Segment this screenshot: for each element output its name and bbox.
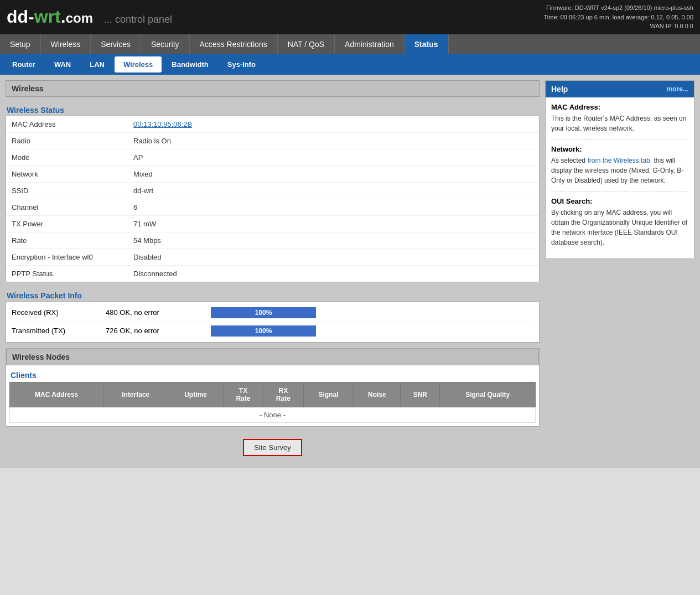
label-encryption: Encryption - Interface wl0 xyxy=(12,253,133,261)
nav-status[interactable]: Status xyxy=(405,34,449,54)
col-noise: Noise xyxy=(354,382,401,407)
left-column: Wireless Wireless Status MAC Address 00:… xyxy=(6,80,540,463)
col-snr: SNR xyxy=(401,382,440,407)
wireless-status-table: MAC Address 00:13:10:95:06:2B Radio Radi… xyxy=(6,116,540,282)
label-mac-address: MAC Address xyxy=(12,120,133,128)
nav-services[interactable]: Services xyxy=(91,34,141,54)
help-section-network: Network: As selected from the Wireless t… xyxy=(551,145,688,192)
sub-nav: Router WAN LAN Wireless Bandwidth Sys-In… xyxy=(0,54,700,75)
packet-info-title: Wireless Packet Info xyxy=(6,288,540,301)
label-ssid: SSID xyxy=(12,187,133,195)
subnav-lan[interactable]: LAN xyxy=(81,56,113,73)
help-network-link: from the Wireless tab xyxy=(587,157,650,164)
logo-hyphen: - xyxy=(28,7,34,27)
help-header: Help more... xyxy=(546,81,694,97)
help-panel: Help more... MAC Address: This is the Ro… xyxy=(545,80,694,259)
wireless-status-section: Wireless Status MAC Address 00:13:10:95:… xyxy=(6,102,540,282)
value-tx: 726 OK, no error xyxy=(106,327,205,335)
help-more-link[interactable]: more... xyxy=(667,85,688,93)
row-mode: Mode AP xyxy=(6,149,539,166)
main: Wireless Wireless Status MAC Address 00:… xyxy=(0,75,700,468)
col-signal-quality: Signal Quality xyxy=(440,382,536,407)
value-network: Mixed xyxy=(133,170,153,178)
row-channel: Channel 6 xyxy=(6,199,539,216)
help-network-title: Network: xyxy=(551,145,688,153)
col-mac-address: MAC Address xyxy=(10,382,103,407)
help-oui-title: OUI Search: xyxy=(551,197,688,205)
wireless-section-header: Wireless xyxy=(6,80,540,97)
wireless-nodes-inner: Clients MAC Address Interface Uptime TXR… xyxy=(6,365,539,426)
clients-empty-row: - None - xyxy=(10,407,536,422)
logo: dd-wrt.com ... control panel xyxy=(7,7,172,27)
help-title: Help xyxy=(551,85,568,94)
bar-tx: 100% xyxy=(211,325,316,337)
wireless-nodes-section: Wireless Nodes Clients MAC Address Inter… xyxy=(6,348,540,427)
row-tx: Transmitted (TX) 726 OK, no error 100% xyxy=(12,322,533,340)
row-rate: Rate 54 Mbps xyxy=(6,232,539,249)
clients-table: MAC Address Interface Uptime TXRate RXRa… xyxy=(9,382,536,423)
label-rx: Received (RX) xyxy=(12,308,100,317)
right-column: Help more... MAC Address: This is the Ro… xyxy=(545,80,694,463)
label-pptp: PPTP Status xyxy=(12,270,133,278)
clients-table-header: MAC Address Interface Uptime TXRate RXRa… xyxy=(10,382,536,407)
help-oui-text: By clicking on any MAC address, you will… xyxy=(551,208,688,247)
packet-info-table: Received (RX) 480 OK, no error 100% Tran… xyxy=(6,301,540,343)
nav-access-restrictions[interactable]: Access Restrictions xyxy=(190,34,278,54)
site-survey-wrap: Site Survey xyxy=(6,432,540,463)
subnav-router[interactable]: Router xyxy=(3,56,44,73)
row-network: Network Mixed xyxy=(6,166,539,183)
row-radio: Radio Radio is On xyxy=(6,133,539,149)
value-tx-power: 71 mW xyxy=(133,220,156,228)
nav-wireless[interactable]: Wireless xyxy=(41,34,91,54)
row-pptp: PPTP Status Disconnected xyxy=(6,266,539,282)
top-nav: Setup Wireless Services Security Access … xyxy=(0,34,700,54)
help-mac-text: This is the Router's MAC Address, as see… xyxy=(551,113,688,133)
nav-administration[interactable]: Administration xyxy=(335,34,405,54)
row-ssid: SSID dd-wrt xyxy=(6,183,539,199)
value-radio: Radio is On xyxy=(133,137,171,145)
col-tx-rate: TXRate xyxy=(223,382,263,407)
subnav-wan[interactable]: WAN xyxy=(45,56,80,73)
subnav-bandwidth[interactable]: Bandwidth xyxy=(163,56,217,73)
value-encryption: Disabled xyxy=(133,253,162,261)
value-rx: 480 OK, no error xyxy=(106,308,205,317)
row-rx: Received (RX) 480 OK, no error 100% xyxy=(12,304,533,322)
value-pptp: Disconnected xyxy=(133,270,177,278)
mac-address-link[interactable]: 00:13:10:95:06:2B xyxy=(133,120,192,128)
clients-label: Clients xyxy=(9,369,536,382)
label-mode: Mode xyxy=(12,153,133,162)
value-ssid: dd-wrt xyxy=(133,187,153,195)
label-radio: Radio xyxy=(12,137,133,145)
col-interface: Interface xyxy=(103,382,168,407)
bar-rx: 100% xyxy=(211,307,316,318)
logo-dd: dd xyxy=(7,7,28,27)
value-channel: 6 xyxy=(133,203,137,211)
wireless-status-title: Wireless Status xyxy=(6,102,540,116)
label-tx: Transmitted (TX) xyxy=(12,327,100,335)
row-tx-power: TX Power 71 mW xyxy=(6,216,539,232)
clients-empty-text: - None - xyxy=(10,407,536,422)
header: dd-wrt.com ... control panel Firmware: D… xyxy=(0,0,700,34)
label-rate: Rate xyxy=(12,236,133,245)
col-signal: Signal xyxy=(303,382,354,407)
value-rate: 54 Mbps xyxy=(133,236,161,245)
firmware-line3: WAN IP: 0.0.0.0 xyxy=(544,22,694,31)
help-body: MAC Address: This is the Router's MAC Ad… xyxy=(546,97,694,258)
nav-nat-qos[interactable]: NAT / QoS xyxy=(278,34,335,54)
label-channel: Channel xyxy=(12,203,133,211)
help-mac-title: MAC Address: xyxy=(551,103,688,111)
row-encryption: Encryption - Interface wl0 Disabled xyxy=(6,249,539,266)
nav-security[interactable]: Security xyxy=(141,34,190,54)
logo-dot: . xyxy=(61,7,66,27)
col-uptime: Uptime xyxy=(168,382,224,407)
nav-setup[interactable]: Setup xyxy=(0,34,41,54)
subnav-sysinfo[interactable]: Sys-Info xyxy=(219,56,265,73)
site-survey-button[interactable]: Site Survey xyxy=(243,439,302,456)
help-section-oui: OUI Search: By clicking on any MAC addre… xyxy=(551,197,688,253)
value-mac-address: 00:13:10:95:06:2B xyxy=(133,120,192,128)
firmware-line1: Firmware: DD-WRT v24-sp2 (09/26/10) micr… xyxy=(544,3,694,13)
subnav-wireless[interactable]: Wireless xyxy=(115,56,162,73)
help-network-text: As selected from the Wireless tab, this … xyxy=(551,156,688,185)
label-tx-power: TX Power xyxy=(12,220,133,228)
value-mode: AP xyxy=(133,153,143,162)
